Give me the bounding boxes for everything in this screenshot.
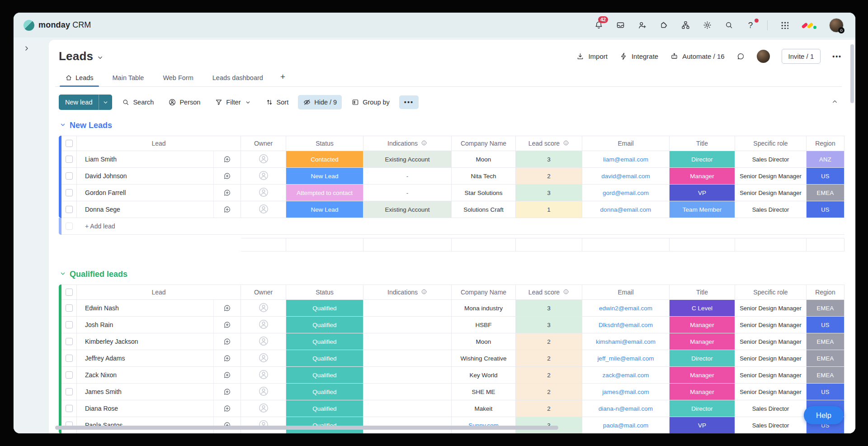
title-cell[interactable]: Director [670,400,735,417]
indications-cell[interactable] [363,400,452,417]
open-conversation-icon[interactable] [213,333,241,350]
row-checkbox-cell[interactable] [61,367,77,384]
info-icon[interactable] [563,140,569,147]
company-cell[interactable]: SHE ME [452,384,516,400]
column-header-lead-score[interactable]: Lead score [516,285,582,300]
app-grid-icon[interactable] [779,20,789,30]
column-header-title[interactable]: Title [670,136,735,151]
group-title[interactable]: New Leads [60,121,842,130]
lead-score-cell[interactable]: 1 [516,201,582,218]
lead-score-cell[interactable]: 3 [516,317,582,333]
expand-sidebar-button[interactable] [21,43,33,55]
add-lead-button[interactable]: + Add lead [77,218,844,235]
owner-cell[interactable] [241,201,286,218]
region-cell[interactable]: EMEA [807,333,844,350]
automate-button[interactable]: Automate / 16 [670,52,724,61]
company-cell[interactable]: Makeit [452,400,516,417]
status-cell[interactable]: Contacted [286,151,363,168]
info-icon[interactable] [421,140,427,147]
status-cell[interactable]: Qualified [286,300,363,317]
lead-score-cell[interactable]: 2 [516,367,582,384]
group-title[interactable]: Qualified leads [60,270,842,279]
email-cell[interactable]: gord@email.com [582,185,670,201]
region-cell[interactable]: EMEA [807,350,844,367]
select-all-checkbox-cell[interactable] [61,285,77,300]
indications-cell[interactable]: Existing Account [363,201,452,218]
status-cell[interactable]: Qualified [286,333,363,350]
company-cell[interactable]: Moon [452,151,516,168]
open-conversation-icon[interactable] [213,185,241,201]
open-conversation-icon[interactable] [213,384,241,400]
region-cell[interactable]: US [807,201,844,218]
row-checkbox-cell[interactable] [61,300,77,317]
lead-score-cell[interactable]: 2 [516,168,582,185]
title-cell[interactable]: Manager [670,384,735,400]
checkbox[interactable] [66,172,73,180]
notifications-icon[interactable]: 42 [594,20,604,30]
email-cell[interactable]: Dlksdnf@email.com [582,317,670,333]
board-chat-icon[interactable] [736,52,745,61]
row-checkbox-cell[interactable] [61,201,77,218]
lead-score-cell[interactable]: 2 [516,333,582,350]
owner-cell[interactable] [241,168,286,185]
invite-button[interactable]: Invite / 1 [782,49,821,64]
column-header-region[interactable]: Region [807,285,844,300]
lead-score-cell[interactable]: 2 [516,350,582,367]
product-switcher-icon[interactable] [680,20,690,30]
email-cell[interactable]: james@mail.com [582,384,670,400]
vertical-scrollbar[interactable] [850,44,854,103]
lead-name-cell[interactable]: Diana Rose [77,400,241,417]
open-conversation-icon[interactable] [213,400,241,417]
open-conversation-icon[interactable] [213,367,241,383]
chevron-down-icon[interactable] [60,270,66,279]
specific-role-cell[interactable]: Sales Director [735,400,807,417]
sort-button[interactable]: Sort [260,95,294,109]
status-cell[interactable]: New Lead [286,168,363,185]
region-cell[interactable]: US [807,317,844,333]
owner-cell[interactable] [241,350,286,367]
column-header-lead[interactable]: Lead [77,136,241,151]
search-button[interactable]: Search [117,95,159,109]
open-conversation-icon[interactable] [213,417,241,433]
settings-icon[interactable] [702,20,712,30]
specific-role-cell[interactable]: Senior Design Manager [735,333,807,350]
toolbar-more-button[interactable]: ••• [399,95,419,109]
invite-members-icon[interactable] [637,20,647,30]
email-cell[interactable]: kimshami@email.com [582,333,670,350]
board-owner-avatar[interactable] [757,50,770,63]
lead-score-cell[interactable]: 3 [516,417,582,433]
owner-cell[interactable] [241,300,286,317]
specific-role-cell[interactable]: Senior Design Manager [735,384,807,400]
user-avatar[interactable] [829,18,844,33]
owner-cell[interactable] [241,417,286,433]
email-cell[interactable]: liam@email.com [582,151,670,168]
checkbox[interactable] [66,140,73,147]
lead-score-cell[interactable]: 3 [516,300,582,317]
checkbox[interactable] [66,321,73,328]
email-cell[interactable]: donna@email.com [582,201,670,218]
company-cell[interactable]: Nita Tech [452,168,516,185]
region-cell[interactable]: US [807,168,844,185]
tab-leads[interactable]: Leads [59,70,100,86]
row-checkbox-cell[interactable] [61,185,77,201]
new-lead-dropdown[interactable] [99,95,112,110]
status-cell[interactable]: New Lead [286,201,363,218]
region-cell[interactable]: EMEA [807,185,844,201]
column-header-company-name[interactable]: Company Name [452,285,516,300]
column-header-indications[interactable]: Indications [363,285,452,300]
indications-cell[interactable]: Existing Account [363,151,452,168]
specific-role-cell[interactable]: Senior Design Manager [735,300,807,317]
column-header-owner[interactable]: Owner [241,285,286,300]
column-header-specific-role[interactable]: Specific role [735,136,807,151]
status-cell[interactable]: Attempted to contact [286,185,363,201]
group-by-button[interactable]: Group by [346,95,395,109]
title-cell[interactable]: Team Member [670,201,735,218]
lead-name-cell[interactable]: Gordon Farrell [77,185,241,201]
info-icon[interactable] [421,289,427,296]
lead-name-cell[interactable]: Jeffrey Adams [77,350,241,367]
specific-role-cell[interactable]: Senior Design Manager [735,185,807,201]
email-cell[interactable]: paola@mail.com [582,417,670,433]
import-button[interactable]: Import [576,52,608,61]
open-conversation-icon[interactable] [213,300,241,316]
select-all-checkbox-cell[interactable] [61,136,77,151]
